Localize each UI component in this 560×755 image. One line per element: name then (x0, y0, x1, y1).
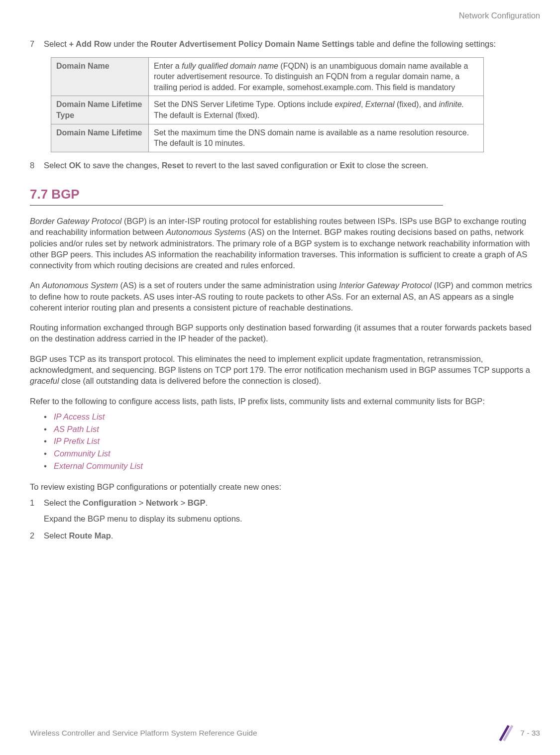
footer-title: Wireless Controller and Service Platform… (30, 728, 257, 739)
text: Select the (44, 498, 83, 507)
reset-label: Reset (162, 161, 184, 170)
link-community-list[interactable]: Community List (44, 447, 540, 460)
table-row: Domain Name Lifetime Set the maximum tim… (51, 124, 484, 152)
paragraph: To review existing BGP configurations or… (30, 481, 540, 492)
text: Select (44, 161, 69, 170)
row-desc: Enter a fully qualified domain name (FQD… (149, 57, 484, 96)
step-number: 8 (30, 160, 44, 171)
route-map-label: Route Map (69, 531, 111, 540)
link-ip-access-list[interactable]: IP Access List (44, 411, 540, 423)
text: Select (44, 531, 69, 540)
text: table and define the following settings: (354, 39, 496, 48)
step-number: 1 (30, 497, 44, 525)
add-row-label: + Add Row (69, 39, 111, 48)
brand-slash-icon (496, 724, 515, 743)
paragraph: Border Gateway Protocol (BGP) is an inte… (30, 216, 540, 271)
domain-name-settings-table: Domain Name Enter a fully qualified doma… (51, 57, 484, 152)
link-list: IP Access List AS Path List IP Prefix Li… (44, 411, 540, 472)
paragraph: BGP uses TCP as its transport protocol. … (30, 353, 540, 387)
text: under the (112, 39, 151, 48)
step-8: 8 Select OK to save the changes, Reset t… (30, 160, 428, 171)
chapter-title: Network Configuration (30, 10, 540, 21)
step-number: 7 (30, 38, 44, 49)
text: . (206, 498, 208, 507)
text: Select (44, 39, 69, 48)
nav-bgp: BGP (188, 498, 206, 507)
page-number: 7 - 33 (520, 728, 540, 739)
row-label: Domain Name Lifetime (51, 124, 149, 152)
table-title-ref: Router Advertisement Policy Domain Name … (150, 39, 354, 48)
text: > (178, 498, 188, 507)
step-1: 1 Select the Configuration > Network > B… (30, 497, 242, 525)
link-ip-prefix-list[interactable]: IP Prefix List (44, 435, 540, 447)
paragraph: Refer to the following to configure acce… (30, 396, 540, 407)
link-external-community-list[interactable]: External Community List (44, 460, 540, 472)
substep-text: Expand the BGP menu to display its subme… (44, 513, 242, 524)
step-number: 2 (30, 530, 44, 541)
table-row: Domain Name Enter a fully qualified doma… (51, 57, 484, 96)
step-2: 2 Select Route Map. (30, 530, 113, 541)
step-7: 7 Select + Add Row under the Router Adve… (30, 38, 496, 49)
row-label: Domain Name Lifetime Type (51, 96, 149, 124)
nav-configuration: Configuration (83, 498, 136, 507)
ok-label: OK (69, 161, 81, 170)
nav-network: Network (146, 498, 178, 507)
text: to save the changes, (81, 161, 161, 170)
exit-label: Exit (339, 161, 354, 170)
text: to revert to the last saved configuratio… (184, 161, 340, 170)
row-desc: Set the DNS Server Lifetime Type. Option… (149, 96, 484, 124)
row-desc: Set the maximum time the DNS domain name… (149, 124, 484, 152)
link-as-path-list[interactable]: AS Path List (44, 423, 540, 435)
row-label: Domain Name (51, 57, 149, 96)
text: to close the screen. (355, 161, 429, 170)
paragraph: An Autonomous System (AS) is a set of ro… (30, 280, 540, 313)
section-rule (30, 205, 443, 206)
text: > (136, 498, 146, 507)
text: . (111, 531, 113, 540)
paragraph: Routing information exchanged through BG… (30, 322, 540, 344)
table-row: Domain Name Lifetime Type Set the DNS Se… (51, 96, 484, 124)
section-heading: 7.7 BGP (30, 186, 540, 203)
